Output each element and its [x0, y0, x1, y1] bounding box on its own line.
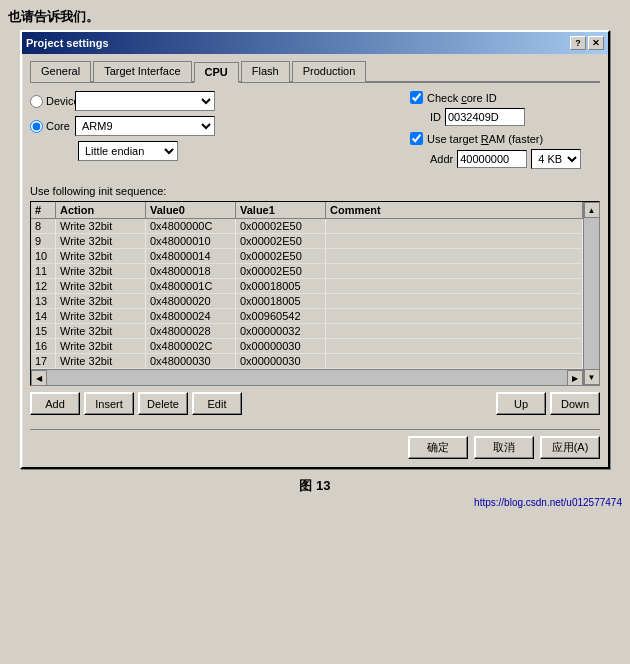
- check-core-id-checkbox[interactable]: [410, 91, 423, 104]
- apply-button[interactable]: 应用(A): [540, 436, 600, 459]
- tab-production[interactable]: Production: [292, 61, 367, 82]
- table-row[interactable]: 9 Write 32bit 0x48000010 0x00002E50: [31, 234, 583, 249]
- td-comment: [326, 279, 583, 293]
- td-num: 8: [31, 219, 56, 233]
- tab-general[interactable]: General: [30, 61, 91, 82]
- td-val0: 0x48000014: [146, 249, 236, 263]
- td-val1: 0x00002E50: [236, 249, 326, 263]
- title-bar-buttons: ? ✕: [570, 36, 604, 50]
- id-input[interactable]: [445, 108, 525, 126]
- insert-button[interactable]: Insert: [84, 392, 134, 415]
- td-num: 17: [31, 354, 56, 368]
- col-val1: Value1: [236, 202, 326, 218]
- table-row[interactable]: 16 Write 32bit 0x4800002C 0x00000030: [31, 339, 583, 354]
- use-target-ram-checkbox[interactable]: [410, 132, 423, 145]
- init-table-container: # Action Value0 Value1 Comment 8 Write 3…: [30, 201, 600, 386]
- td-action: Write 32bit: [56, 294, 146, 308]
- size-select[interactable]: 4 KB: [531, 149, 581, 169]
- table-row[interactable]: 12 Write 32bit 0x4800001C 0x00018005: [31, 279, 583, 294]
- core-radio-label: Core: [30, 120, 75, 133]
- table-row[interactable]: 13 Write 32bit 0x48000020 0x00018005: [31, 294, 583, 309]
- td-action: Write 32bit: [56, 264, 146, 278]
- table-header: # Action Value0 Value1 Comment: [31, 202, 583, 219]
- h-scrollbar[interactable]: ◀ ▶: [31, 369, 583, 385]
- td-action: Write 32bit: [56, 249, 146, 263]
- td-val0: 0x48000020: [146, 294, 236, 308]
- tab-cpu[interactable]: CPU: [194, 62, 239, 83]
- td-comment: [326, 324, 583, 338]
- vscroll-down-btn[interactable]: ▼: [584, 369, 600, 385]
- table-row[interactable]: 17 Write 32bit 0x48000030 0x00000030: [31, 354, 583, 369]
- td-action: Write 32bit: [56, 324, 146, 338]
- td-val1: 0x00018005: [236, 279, 326, 293]
- core-radio[interactable]: [30, 120, 43, 133]
- use-target-ram-row: Use target RAM (faster): [410, 132, 600, 145]
- left-buttons: Add Insert Delete Edit: [30, 392, 242, 415]
- tab-bar: General Target Interface CPU Flash Produ…: [30, 60, 600, 83]
- up-button[interactable]: Up: [496, 392, 546, 415]
- hscroll-left-btn[interactable]: ◀: [31, 370, 47, 385]
- td-val0: 0x4800002C: [146, 339, 236, 353]
- add-button[interactable]: Add: [30, 392, 80, 415]
- td-val0: 0x48000028: [146, 324, 236, 338]
- td-comment: [326, 249, 583, 263]
- init-label: Use following init sequence:: [30, 185, 600, 197]
- close-button[interactable]: ✕: [588, 36, 604, 50]
- table-row[interactable]: 8 Write 32bit 0x4800000C 0x00002E50: [31, 219, 583, 234]
- id-label: ID: [430, 111, 441, 123]
- ok-button[interactable]: 确定: [408, 436, 468, 459]
- tab-flash[interactable]: Flash: [241, 61, 290, 82]
- td-num: 11: [31, 264, 56, 278]
- td-val0: 0x48000030: [146, 354, 236, 368]
- addr-input[interactable]: [457, 150, 527, 168]
- td-val1: 0x00018005: [236, 294, 326, 308]
- table-row[interactable]: 11 Write 32bit 0x48000018 0x00002E50: [31, 264, 583, 279]
- edit-button[interactable]: Edit: [192, 392, 242, 415]
- device-radio[interactable]: [30, 95, 43, 108]
- main-area: Device Core ARM9: [30, 91, 600, 169]
- td-action: Write 32bit: [56, 279, 146, 293]
- table-row[interactable]: 15 Write 32bit 0x48000028 0x00000032: [31, 324, 583, 339]
- td-val0: 0x48000024: [146, 309, 236, 323]
- td-action: Write 32bit: [56, 354, 146, 368]
- vscroll-up-btn[interactable]: ▲: [584, 202, 600, 218]
- device-select[interactable]: [75, 91, 215, 111]
- core-select[interactable]: ARM9: [75, 116, 215, 136]
- col-num: #: [31, 202, 56, 218]
- v-scrollbar[interactable]: ▲ ▼: [583, 202, 599, 385]
- init-section: Use following init sequence: # Action Va…: [30, 185, 600, 415]
- help-button[interactable]: ?: [570, 36, 586, 50]
- left-column: Device Core ARM9: [30, 91, 398, 169]
- td-comment: [326, 264, 583, 278]
- td-val1: 0x00000030: [236, 339, 326, 353]
- td-val0: 0x48000018: [146, 264, 236, 278]
- window-title: Project settings: [26, 37, 109, 49]
- addr-label: Addr: [430, 153, 453, 165]
- td-num: 15: [31, 324, 56, 338]
- td-num: 9: [31, 234, 56, 248]
- hscroll-right-btn[interactable]: ▶: [567, 370, 583, 385]
- core-row: Core ARM9: [30, 116, 398, 136]
- td-num: 12: [31, 279, 56, 293]
- down-button[interactable]: Down: [550, 392, 600, 415]
- page-url: https://blog.csdn.net/u012577474: [474, 497, 622, 508]
- delete-button[interactable]: Delete: [138, 392, 188, 415]
- cancel-button[interactable]: 取消: [474, 436, 534, 459]
- td-num: 13: [31, 294, 56, 308]
- tab-target-interface[interactable]: Target Interface: [93, 61, 191, 82]
- td-comment: [326, 339, 583, 353]
- table-row[interactable]: 14 Write 32bit 0x48000024 0x00960542: [31, 309, 583, 324]
- use-target-ram-label: Use target RAM (faster): [427, 133, 543, 145]
- td-val0: 0x4800001C: [146, 279, 236, 293]
- page-note: 也请告诉我们。: [8, 8, 99, 26]
- hscroll-track: [47, 370, 567, 385]
- content-area: General Target Interface CPU Flash Produ…: [22, 54, 608, 467]
- endian-select[interactable]: Little endian: [78, 141, 178, 161]
- col-val0: Value0: [146, 202, 236, 218]
- col-action: Action: [56, 202, 146, 218]
- table-row[interactable]: 10 Write 32bit 0x48000014 0x00002E50: [31, 249, 583, 264]
- right-column: Check core ID ID Use target RAM (faster)…: [410, 91, 600, 169]
- figure-caption: 图 13: [299, 477, 330, 495]
- td-comment: [326, 309, 583, 323]
- td-val1: 0x00002E50: [236, 219, 326, 233]
